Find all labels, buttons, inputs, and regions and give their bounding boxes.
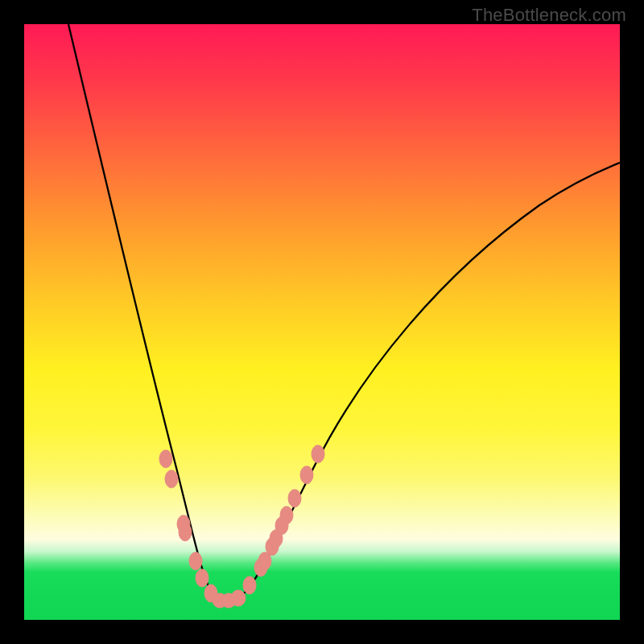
- scatter-dot: [288, 489, 301, 507]
- scatter-dot: [280, 506, 293, 524]
- scatter-dot: [165, 470, 178, 488]
- chart-svg: [24, 24, 620, 620]
- scatter-dots: [159, 445, 324, 608]
- scatter-dot: [159, 450, 172, 468]
- scatter-dot: [300, 466, 313, 484]
- scatter-dot: [179, 523, 192, 541]
- scatter-dot: [196, 569, 208, 587]
- plot-area: [24, 24, 620, 620]
- scatter-dot: [189, 552, 202, 570]
- chart-frame: TheBottleneck.com: [0, 0, 644, 644]
- scatter-dot: [243, 576, 256, 594]
- scatter-dot: [231, 590, 246, 606]
- scatter-dot: [312, 445, 324, 463]
- watermark-text: TheBottleneck.com: [472, 5, 626, 26]
- bottleneck-curve: [68, 24, 620, 602]
